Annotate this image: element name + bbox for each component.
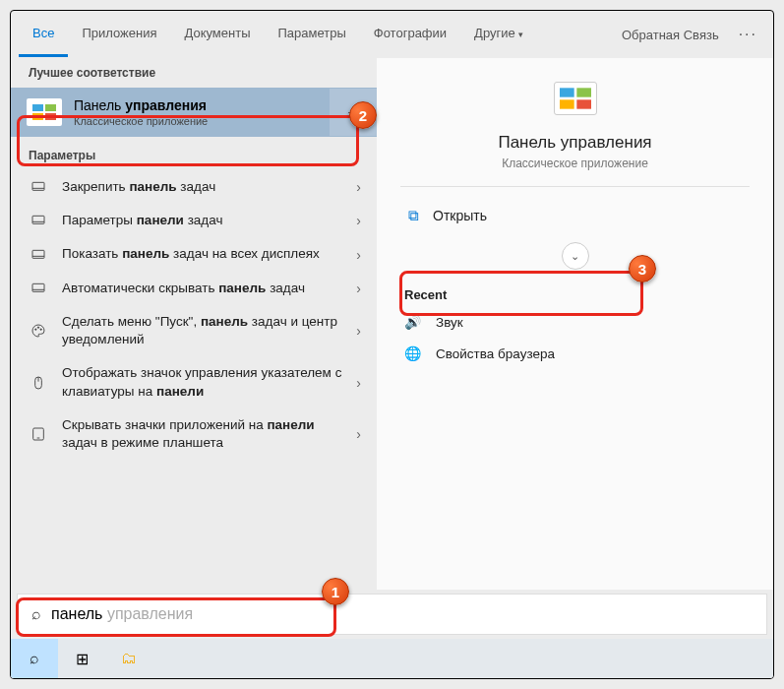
sound-icon: 🔊 (404, 314, 426, 330)
tablet-icon (27, 426, 50, 442)
svg-point-13 (37, 327, 38, 328)
chevron-right-icon: › (348, 323, 361, 339)
search-typed-text: панель (51, 605, 102, 622)
results-left: Лучшее соответствие Панель управления Кл… (11, 58, 377, 590)
search-input[interactable]: ⌕ панель управления (17, 594, 767, 635)
svg-rect-2 (32, 113, 43, 120)
best-match-header: Лучшее соответствие (11, 58, 377, 88)
best-match-subtitle: Классическое приложение (74, 115, 208, 127)
preview-subtitle: Классическое приложение (400, 157, 750, 170)
params-header: Параметры (11, 141, 377, 170)
preview-right: Панель управления Классическое приложени… (377, 58, 773, 590)
monitor-icon (27, 179, 50, 195)
chevron-right-icon: › (348, 375, 361, 391)
svg-rect-0 (32, 104, 43, 111)
more-icon[interactable]: ··· (731, 26, 765, 43)
open-icon: ⧉ (408, 207, 419, 224)
search-suggestion-text: управления (102, 605, 193, 622)
svg-rect-20 (576, 88, 591, 96)
taskbar-taskview-button[interactable]: ⊞ (58, 639, 105, 678)
feedback-link[interactable]: Обратная Связь (610, 28, 731, 42)
setting-item-pointer-control[interactable]: Отображать значок управления указателем … (11, 356, 377, 407)
setting-item-label: Скрывать значки приложений на панели зад… (62, 416, 348, 452)
setting-item-label: Показать панель задач на всех дисплеях (62, 245, 348, 263)
taskbar: ⌕ ⊞ 🗂 (11, 639, 773, 678)
svg-rect-6 (32, 217, 44, 224)
control-panel-large-icon (554, 82, 597, 115)
best-match-title: Панель управления (74, 97, 208, 113)
monitor-icon (27, 247, 50, 263)
svg-rect-4 (32, 182, 44, 190)
setting-item-auto-hide[interactable]: Автоматически скрывать панель задач › (11, 272, 377, 305)
open-action[interactable]: ⧉ Открыть (400, 195, 750, 236)
setting-item-show-all-displays[interactable]: Показать панель задач на всех дисплеях › (11, 237, 377, 271)
open-label: Открыть (433, 208, 487, 223)
monitor-icon (27, 213, 50, 228)
svg-point-12 (35, 329, 36, 330)
best-match-item[interactable]: Панель управления Классическое приложени… (11, 88, 377, 137)
setting-item-start-menu[interactable]: Сделать меню "Пуск", панель задач и цент… (11, 305, 377, 356)
setting-item-taskbar-params[interactable]: Параметры панели задач › (11, 204, 377, 237)
taskview-icon: ⊞ (76, 650, 89, 668)
svg-point-14 (40, 329, 41, 330)
chevron-right-icon: › (348, 426, 361, 442)
taskbar-explorer-button[interactable]: 🗂 (105, 639, 152, 678)
chevron-right-icon: › (348, 281, 361, 296)
setting-item-label: Сделать меню "Пуск", панель задач и цент… (62, 313, 348, 348)
taskbar-search-button[interactable]: ⌕ (11, 639, 58, 678)
tab-all[interactable]: Все (19, 12, 68, 57)
svg-rect-10 (32, 283, 44, 291)
browser-props-icon: 🌐 (404, 345, 426, 361)
svg-rect-21 (560, 99, 574, 108)
palette-icon (27, 323, 50, 339)
mouse-icon (27, 375, 50, 391)
divider (400, 186, 750, 187)
chevron-right-icon: › (348, 179, 361, 195)
svg-rect-19 (560, 88, 574, 96)
monitor-icon (27, 281, 50, 296)
search-icon: ⌕ (30, 650, 39, 667)
tab-documents[interactable]: Документы (170, 12, 264, 57)
tabs-row: Все Приложения Документы Параметры Фотог… (11, 11, 773, 58)
expand-toggle[interactable]: ⌄ (562, 242, 589, 270)
setting-item-label: Закрепить панель задач (62, 178, 348, 196)
annotation-badge-3: 3 (629, 255, 656, 282)
control-panel-icon (27, 98, 62, 126)
tab-photos[interactable]: Фотографии (360, 12, 460, 57)
recent-label: Свойства браузера (436, 346, 555, 361)
recent-item-sound[interactable]: 🔊 Звук (400, 306, 750, 338)
content-area: Лучшее соответствие Панель управления Кл… (11, 58, 773, 590)
chevron-right-icon: › (348, 213, 361, 228)
recent-label: Звук (436, 315, 463, 330)
preview-title: Панель управления (400, 133, 750, 153)
svg-rect-8 (32, 250, 44, 258)
search-icon: ⌕ (31, 605, 41, 623)
recent-header: Recent (404, 287, 750, 302)
search-panel: 2 3 1 Все Приложения Документы Параметры… (10, 10, 774, 679)
setting-item-label: Параметры панели задач (62, 212, 348, 229)
chevron-down-icon: ▾ (518, 30, 523, 39)
svg-rect-3 (45, 113, 56, 120)
setting-item-hide-tablet[interactable]: Скрывать значки приложений на панели зад… (11, 408, 377, 460)
setting-item-label: Автоматически скрывать панель задач (62, 280, 348, 297)
tab-other[interactable]: Другие▾ (460, 12, 537, 57)
annotation-badge-1: 1 (322, 578, 349, 605)
setting-item-pin-taskbar[interactable]: Закрепить панель задач › (11, 170, 377, 204)
tab-apps[interactable]: Приложения (68, 12, 170, 57)
svg-rect-1 (45, 104, 56, 111)
chevron-right-icon: › (348, 247, 361, 263)
folder-icon: 🗂 (121, 650, 137, 667)
setting-item-label: Отображать значок управления указателем … (62, 364, 348, 400)
tab-settings[interactable]: Параметры (264, 12, 359, 57)
svg-rect-22 (576, 99, 591, 108)
annotation-badge-2: 2 (349, 101, 377, 129)
search-row: ⌕ панель управления (11, 590, 773, 639)
recent-item-browser[interactable]: 🌐 Свойства браузера (400, 338, 750, 369)
